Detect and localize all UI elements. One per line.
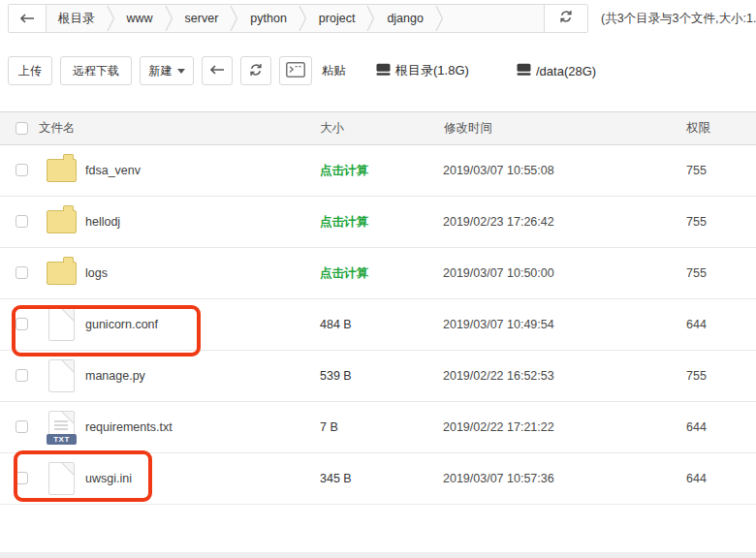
path-back-button[interactable] xyxy=(9,5,47,32)
txt-badge: TXT xyxy=(47,434,77,445)
new-dropdown-button[interactable]: 新建 xyxy=(140,56,194,85)
upload-button[interactable]: 上传 xyxy=(8,56,52,85)
file-name[interactable]: fdsa_venv xyxy=(85,145,141,196)
table-row[interactable]: hellodj点击计算2019/02/23 17:26:42755 xyxy=(0,197,756,248)
chevron-separator-icon xyxy=(165,5,173,32)
upload-button-label: 上传 xyxy=(18,63,42,79)
text-lines-decoration xyxy=(54,420,68,422)
file-icon xyxy=(48,308,75,341)
file-page-shape xyxy=(48,308,75,341)
file-name[interactable]: logs xyxy=(85,248,108,298)
arrow-left-icon xyxy=(19,10,35,27)
modified-time: 2019/03/07 10:57:36 xyxy=(443,453,554,504)
modified-time: 2019/02/22 17:21:22 xyxy=(443,402,554,452)
back-button[interactable] xyxy=(202,56,233,85)
disk-item-data[interactable]: /data(28G) xyxy=(517,56,596,85)
permission-value: 644 xyxy=(686,299,707,350)
txt-file-icon: TXT xyxy=(48,411,75,444)
permission-value: 644 xyxy=(686,453,707,504)
size-calc-link[interactable]: 点击计算 xyxy=(320,248,368,298)
size-calc-link[interactable]: 点击计算 xyxy=(320,145,368,196)
modified-time: 2019/03/07 10:49:54 xyxy=(443,299,554,350)
arrow-left-icon xyxy=(209,64,225,78)
terminal-button[interactable] xyxy=(279,56,312,85)
hard-drive-icon xyxy=(517,63,531,78)
table-row[interactable]: gunicorn.conf484 B2019/03/07 10:49:54644 xyxy=(0,299,756,351)
remote-download-button[interactable]: 远程下载 xyxy=(60,56,132,85)
caret-down-icon xyxy=(177,69,185,74)
refresh-icon xyxy=(249,63,263,79)
modified-time: 2019/02/23 17:26:42 xyxy=(443,197,554,247)
modified-time: 2019/02/22 16:52:53 xyxy=(443,351,554,401)
permission-value: 755 xyxy=(686,248,707,298)
breadcrumb: 根目录wwwserverpythonprojectdjango xyxy=(47,5,444,32)
table-row[interactable]: TXTrequirements.txt7 B2019/02/22 17:21:2… xyxy=(0,402,756,453)
file-page-shape xyxy=(48,359,75,392)
terminal-icon xyxy=(286,62,305,80)
file-page-shape xyxy=(48,462,75,495)
permission-value: 644 xyxy=(686,402,707,452)
file-name[interactable]: gunicorn.conf xyxy=(85,299,158,350)
file-size: 7 B xyxy=(320,402,338,452)
file-name[interactable]: uwsgi.ini xyxy=(85,453,132,504)
path-bar: 根目录wwwserverpythonprojectdjango xyxy=(8,4,588,33)
file-table: fdsa_venv点击计算2019/03/07 10:55:08755hello… xyxy=(0,145,756,505)
modified-time: 2019/03/07 10:55:08 xyxy=(443,145,554,196)
table-row[interactable]: manage.py539 B2019/02/22 16:52:53755 xyxy=(0,351,756,402)
breadcrumb-item[interactable]: www xyxy=(115,12,165,25)
table-row[interactable]: uwsgi.ini345 B2019/03/07 10:57:36644 xyxy=(0,453,756,505)
file-size: 539 B xyxy=(320,351,352,401)
column-header-mtime[interactable]: 修改时间 xyxy=(444,112,492,144)
folder-icon xyxy=(47,262,77,285)
permission-value: 755 xyxy=(686,145,707,196)
refresh-icon xyxy=(559,10,573,27)
row-checkbox[interactable] xyxy=(16,369,28,382)
modified-time: 2019/03/07 10:50:00 xyxy=(443,248,554,298)
table-row[interactable]: logs点击计算2019/03/07 10:50:00755 xyxy=(0,248,756,299)
permission-value: 755 xyxy=(686,197,707,247)
directory-summary: (共3个目录与3个文件,大小:1.3 xyxy=(601,4,756,33)
row-checkbox[interactable] xyxy=(16,164,28,176)
breadcrumb-item[interactable]: django xyxy=(375,12,435,25)
breadcrumb-item[interactable]: 根目录 xyxy=(47,11,107,27)
size-calc-link[interactable]: 点击计算 xyxy=(320,197,368,247)
breadcrumb-item[interactable]: python xyxy=(238,12,299,25)
disk-item-root[interactable]: 根目录(1.8G) xyxy=(376,56,469,85)
column-header-filename[interactable]: 文件名 xyxy=(39,112,76,144)
refresh-button[interactable] xyxy=(240,56,271,85)
folder-icon xyxy=(47,210,77,233)
chevron-separator-icon xyxy=(366,5,375,32)
table-row[interactable]: fdsa_venv点击计算2019/03/07 10:55:08755 xyxy=(0,145,756,197)
disk-label: 根目录(1.8G) xyxy=(395,62,469,79)
file-name[interactable]: hellodj xyxy=(85,197,120,247)
file-name[interactable]: requirements.txt xyxy=(85,402,173,452)
file-size: 484 B xyxy=(320,299,352,350)
remote-download-button-label: 远程下载 xyxy=(73,63,119,79)
file-size: 345 B xyxy=(320,453,352,504)
path-refresh-button[interactable] xyxy=(544,5,587,32)
breadcrumb-item[interactable]: project xyxy=(307,12,367,25)
row-checkbox[interactable] xyxy=(16,215,28,228)
row-checkbox[interactable] xyxy=(16,420,28,433)
chevron-separator-icon xyxy=(107,5,115,32)
breadcrumb-item[interactable]: server xyxy=(173,12,231,25)
chevron-separator-icon xyxy=(230,5,238,32)
row-checkbox[interactable] xyxy=(16,318,28,330)
bottom-strip xyxy=(0,552,756,558)
row-checkbox[interactable] xyxy=(16,472,28,484)
file-name[interactable]: manage.py xyxy=(85,351,145,401)
table-header: 文件名 大小 修改时间 权限 xyxy=(0,111,756,145)
chevron-separator-icon xyxy=(299,5,307,32)
paste-button[interactable]: 粘贴 xyxy=(322,56,346,85)
folder-icon xyxy=(47,159,77,182)
row-checkbox[interactable] xyxy=(16,266,28,279)
hard-drive-icon xyxy=(376,63,391,78)
chevron-separator-icon xyxy=(435,5,444,32)
column-header-permission[interactable]: 权限 xyxy=(686,112,710,144)
column-header-size[interactable]: 大小 xyxy=(320,112,344,144)
file-icon xyxy=(48,462,75,495)
file-icon xyxy=(48,359,75,392)
new-button-label: 新建 xyxy=(149,63,173,79)
select-all-checkbox[interactable] xyxy=(16,122,28,135)
permission-value: 755 xyxy=(686,351,707,401)
